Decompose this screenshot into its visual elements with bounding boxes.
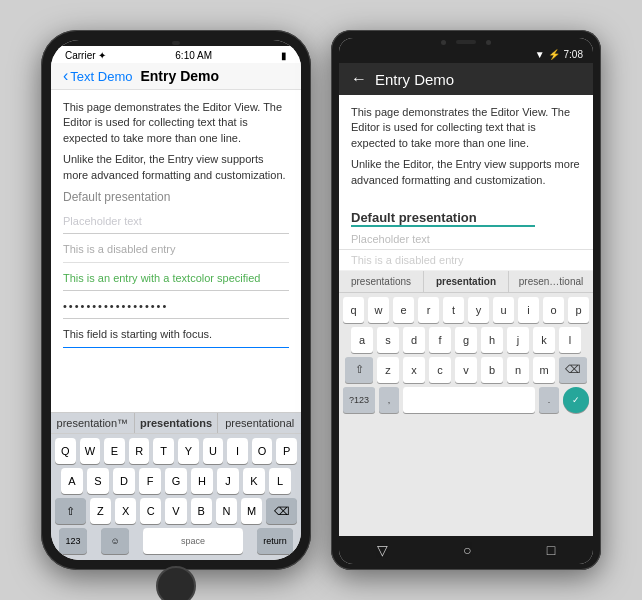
ios-key-c[interactable]: C xyxy=(140,498,161,524)
ios-key-e[interactable]: E xyxy=(104,438,125,464)
ios-key-t[interactable]: T xyxy=(153,438,174,464)
ios-para2: Unlike the Editor, the Entry view suppor… xyxy=(63,152,289,183)
ios-key-x[interactable]: X xyxy=(115,498,136,524)
ios-key-d[interactable]: D xyxy=(113,468,135,494)
ios-autocomplete-3[interactable]: presentational xyxy=(218,413,301,433)
android-123-key[interactable]: ?123 xyxy=(343,387,375,413)
ak-i[interactable]: i xyxy=(518,297,539,323)
ios-key-m[interactable]: M xyxy=(241,498,262,524)
ak-b[interactable]: b xyxy=(481,357,503,383)
android-nav-bottom: ▽ ○ □ xyxy=(339,536,593,564)
ios-key-g[interactable]: G xyxy=(165,468,187,494)
ios-key-h[interactable]: H xyxy=(191,468,213,494)
ios-disabled-field: This is a disabled entry xyxy=(63,238,289,262)
ios-return-key[interactable]: return xyxy=(257,528,293,554)
ak-h[interactable]: h xyxy=(481,327,503,353)
ios-keyboard[interactable]: Q W E R T Y U I O P A S D F G H xyxy=(51,434,301,560)
ak-y[interactable]: y xyxy=(468,297,489,323)
ios-para1: This page demonstrates the Editor View. … xyxy=(63,100,289,146)
ak-d[interactable]: d xyxy=(403,327,425,353)
ios-emoji-key[interactable]: ☺ xyxy=(101,528,129,554)
android-autocomplete-3[interactable]: presen…tional xyxy=(509,271,593,292)
ak-s[interactable]: s xyxy=(377,327,399,353)
android-page-title: Entry Demo xyxy=(375,71,454,88)
ios-key-u[interactable]: U xyxy=(203,438,224,464)
ak-j[interactable]: j xyxy=(507,327,529,353)
ak-n[interactable]: n xyxy=(507,357,529,383)
ak-p[interactable]: p xyxy=(568,297,589,323)
ios-page-title: Entry Demo xyxy=(140,68,219,84)
android-placeholder-field[interactable]: Placeholder text xyxy=(339,229,593,250)
ios-key-b[interactable]: B xyxy=(191,498,212,524)
ios-key-f[interactable]: F xyxy=(139,468,161,494)
ios-shift-key[interactable]: ⇧ xyxy=(55,498,86,524)
ak-k[interactable]: k xyxy=(533,327,555,353)
ak-u[interactable]: u xyxy=(493,297,514,323)
ios-key-i[interactable]: I xyxy=(227,438,248,464)
android-kb-row3: ⇧ z x c v b n m ⌫ xyxy=(343,357,589,383)
android-shift-key[interactable]: ⇧ xyxy=(345,357,373,383)
ak-q[interactable]: q xyxy=(343,297,364,323)
android-back-arrow-icon[interactable]: ← xyxy=(351,70,367,88)
ak-m[interactable]: m xyxy=(533,357,555,383)
ios-home-button[interactable] xyxy=(156,566,196,600)
ios-autocomplete-2[interactable]: presentations xyxy=(135,413,219,433)
ak-g[interactable]: g xyxy=(455,327,477,353)
ios-key-y[interactable]: Y xyxy=(178,438,199,464)
android-back-nav-icon[interactable]: ▽ xyxy=(377,542,388,558)
ios-key-n[interactable]: N xyxy=(216,498,237,524)
ak-c[interactable]: c xyxy=(429,357,451,383)
ios-placeholder-field[interactable]: Placeholder text xyxy=(63,210,289,234)
ios-delete-key[interactable]: ⌫ xyxy=(266,498,297,524)
ios-key-p[interactable]: P xyxy=(276,438,297,464)
android-period-key[interactable]: . xyxy=(539,387,559,413)
ak-t[interactable]: t xyxy=(443,297,464,323)
ios-kb-row1: Q W E R T Y U I O P xyxy=(55,438,297,464)
android-nav-bar: ← Entry Demo xyxy=(339,63,593,95)
android-comma-key[interactable]: , xyxy=(379,387,399,413)
ios-back-label: Text Demo xyxy=(70,69,132,84)
ios-key-l[interactable]: L xyxy=(269,468,291,494)
ak-e[interactable]: e xyxy=(393,297,414,323)
ios-space-key[interactable]: space xyxy=(143,528,243,554)
android-content-area: This page demonstrates the Editor View. … xyxy=(339,95,593,204)
ak-v[interactable]: v xyxy=(455,357,477,383)
ios-back-button[interactable]: ‹ Text Demo xyxy=(63,67,132,85)
android-recents-nav-icon[interactable]: □ xyxy=(547,542,555,558)
ios-key-v[interactable]: V xyxy=(165,498,186,524)
ak-l[interactable]: l xyxy=(559,327,581,353)
ios-carrier: Carrier ✦ xyxy=(65,50,106,61)
ak-a[interactable]: a xyxy=(351,327,373,353)
ak-o[interactable]: o xyxy=(543,297,564,323)
ios-content-area: This page demonstrates the Editor View. … xyxy=(51,90,301,412)
ios-key-s[interactable]: S xyxy=(87,468,109,494)
android-delete-key[interactable]: ⌫ xyxy=(559,357,587,383)
ak-r[interactable]: r xyxy=(418,297,439,323)
ios-key-w[interactable]: W xyxy=(80,438,101,464)
android-home-nav-icon[interactable]: ○ xyxy=(463,542,471,558)
ios-autocomplete-1[interactable]: presentation™ xyxy=(51,413,135,433)
ios-focus-field[interactable]: This field is starting with focus. xyxy=(63,323,289,347)
ak-f[interactable]: f xyxy=(429,327,451,353)
android-keyboard[interactable]: q w e r t y u i o p a s d f g h xyxy=(339,293,593,536)
android-check-key[interactable]: ✓ xyxy=(563,387,589,413)
ios-key-a[interactable]: A xyxy=(61,468,83,494)
ios-key-q[interactable]: Q xyxy=(55,438,76,464)
ios-key-r[interactable]: R xyxy=(129,438,150,464)
ios-key-k[interactable]: K xyxy=(243,468,265,494)
ios-key-o[interactable]: O xyxy=(252,438,273,464)
ios-kb-row3: ⇧ Z X C V B N M ⌫ xyxy=(55,498,297,524)
ak-x[interactable]: x xyxy=(403,357,425,383)
ios-key-z[interactable]: Z xyxy=(90,498,111,524)
ios-key-j[interactable]: J xyxy=(217,468,239,494)
ios-123-key[interactable]: 123 xyxy=(59,528,87,554)
ios-colored-field[interactable]: This is an entry with a textcolor specif… xyxy=(63,267,289,291)
android-disabled-field: This is a disabled entry xyxy=(339,250,593,271)
android-space-key[interactable] xyxy=(403,387,535,413)
ak-w[interactable]: w xyxy=(368,297,389,323)
ios-password-field[interactable]: •••••••••••••••••• xyxy=(63,295,289,319)
android-autocomplete-1[interactable]: presentations xyxy=(339,271,424,292)
ios-nav-bar: ‹ Text Demo Entry Demo xyxy=(51,63,301,90)
ak-z[interactable]: z xyxy=(377,357,399,383)
android-autocomplete-2[interactable]: presentation xyxy=(424,271,509,292)
